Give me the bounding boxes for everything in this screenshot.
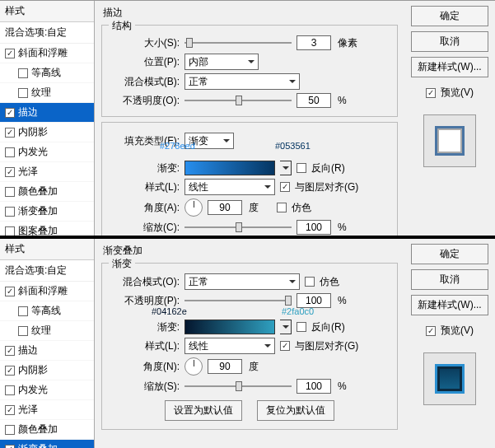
style-item-inner-shadow[interactable]: 内阴影 [0,123,94,142]
style-item-bevel[interactable]: 斜面和浮雕 [0,282,94,301]
style-item-bevel[interactable]: 斜面和浮雕 [0,44,94,63]
slider-opacity[interactable] [184,295,292,306]
label-scale: 缩放(C): [110,221,180,235]
checkbox-icon[interactable] [5,49,15,58]
new-style-button[interactable]: 新建样式(W)... [411,57,488,77]
ok-button[interactable]: 确定 [411,6,488,26]
input-angle[interactable] [208,200,242,215]
section-title: 渐变叠加 [101,242,398,258]
checkbox-icon[interactable] [5,366,15,376]
checkbox-icon[interactable] [5,207,15,217]
style-item-gradient-overlay[interactable]: 渐变叠加 [0,202,94,222]
style-item-satin[interactable]: 光泽 [0,162,94,182]
checkbox-reverse[interactable] [297,322,306,332]
styles-panel-title: 样式 [0,1,94,22]
checkbox-icon[interactable] [18,68,28,78]
annotation-grad-left: #278eed [160,141,195,151]
style-item-stroke[interactable]: 描边 [0,103,94,123]
checkbox-icon[interactable] [5,226,15,236]
label-dither: 仿色 [292,201,311,215]
select-style[interactable]: 线性 [184,338,275,354]
style-item-contour[interactable]: 等高线 [0,63,94,83]
checkbox-preview[interactable] [426,88,436,98]
set-default-button[interactable]: 设置为默认值 [165,400,242,421]
style-label: 斜面和浮雕 [18,284,68,298]
style-item-color-overlay[interactable]: 颜色叠加 [0,182,94,202]
style-item-satin[interactable]: 光泽 [0,400,94,420]
blend-options-row[interactable]: 混合选项:自定 [0,22,94,44]
checkbox-icon[interactable] [5,445,15,449]
cancel-button[interactable]: 取消 [411,269,488,290]
checkbox-icon[interactable] [18,326,28,336]
input-angle[interactable] [208,359,242,374]
input-scale[interactable] [297,379,331,394]
style-item-inner-glow[interactable]: 内发光 [0,142,94,162]
checkbox-icon[interactable] [18,306,28,316]
checkbox-icon[interactable] [5,167,15,177]
checkbox-icon[interactable] [18,88,28,98]
checkbox-icon[interactable] [5,425,15,435]
label-style: 样式(L): [110,339,180,353]
select-blend-mode[interactable]: 正常 [184,273,300,290]
ok-button[interactable]: 确定 [411,244,488,264]
select-style[interactable]: 线性 [184,179,275,195]
new-style-button[interactable]: 新建样式(W)... [411,295,488,315]
style-label: 纹理 [31,86,51,100]
checkbox-icon[interactable] [5,108,15,118]
label-gradient: 渐变: [110,161,180,175]
input-size[interactable] [297,35,331,50]
style-label: 等高线 [31,66,61,80]
gradient-preview[interactable] [184,320,275,334]
select-position[interactable]: 内部 [184,54,259,70]
style-item-inner-glow[interactable]: 内发光 [0,380,94,400]
checkbox-reverse[interactable] [297,163,306,173]
slider-scale[interactable] [184,222,292,233]
checkbox-icon[interactable] [5,385,15,395]
preview-swatch [423,352,476,405]
checkbox-dither[interactable] [305,277,315,287]
angle-dial[interactable] [184,198,203,217]
style-label: 等高线 [31,304,61,318]
input-opacity[interactable] [297,93,331,108]
annotation-grad-right: #2fa0c0 [282,306,314,316]
reset-default-button[interactable]: 复位为默认值 [257,400,334,421]
checkbox-preview[interactable] [426,326,436,336]
style-label: 描边 [18,105,38,119]
style-item-texture[interactable]: 纹理 [0,83,94,103]
annotation-grad-right: #053561 [275,141,311,151]
checkbox-icon[interactable] [5,346,15,356]
group-title: 渐变 [109,257,135,271]
checkbox-icon[interactable] [5,187,15,197]
slider-scale[interactable] [184,380,292,392]
label-preview: 预览(V) [441,324,474,338]
label-blend-mode: 混合模式(B): [110,75,180,89]
style-item-inner-shadow[interactable]: 内阴影 [0,361,94,380]
slider-size[interactable] [184,37,292,49]
label-style: 样式(L): [110,180,180,194]
angle-dial[interactable] [184,357,203,376]
style-label: 渐变叠加 [18,442,58,448]
input-scale[interactable] [297,220,331,235]
style-item-contour[interactable]: 等高线 [0,301,94,321]
checkbox-align[interactable] [280,341,290,351]
style-item-texture[interactable]: 纹理 [0,321,94,341]
checkbox-icon[interactable] [5,405,15,415]
unit-percent: % [338,222,347,233]
style-item-stroke[interactable]: 描边 [0,341,94,361]
cancel-button[interactable]: 取消 [411,31,488,52]
gradient-dropdown-icon[interactable] [280,161,292,175]
select-blend-mode[interactable]: 正常 [184,73,300,90]
gradient-preview[interactable] [184,161,275,175]
style-item-color-overlay[interactable]: 颜色叠加 [0,420,94,440]
style-item-gradient-overlay[interactable]: 渐变叠加 [0,440,94,448]
gradient-dropdown-icon[interactable] [280,320,292,334]
checkbox-icon[interactable] [5,128,15,138]
slider-opacity[interactable] [184,95,292,106]
checkbox-icon[interactable] [5,147,15,157]
section-title: 描边 [101,4,398,20]
checkbox-dither[interactable] [277,203,287,212]
styles-panel-title: 样式 [0,239,94,260]
checkbox-align[interactable] [280,182,290,192]
blend-options-row[interactable]: 混合选项:自定 [0,260,94,282]
checkbox-icon[interactable] [5,287,15,296]
